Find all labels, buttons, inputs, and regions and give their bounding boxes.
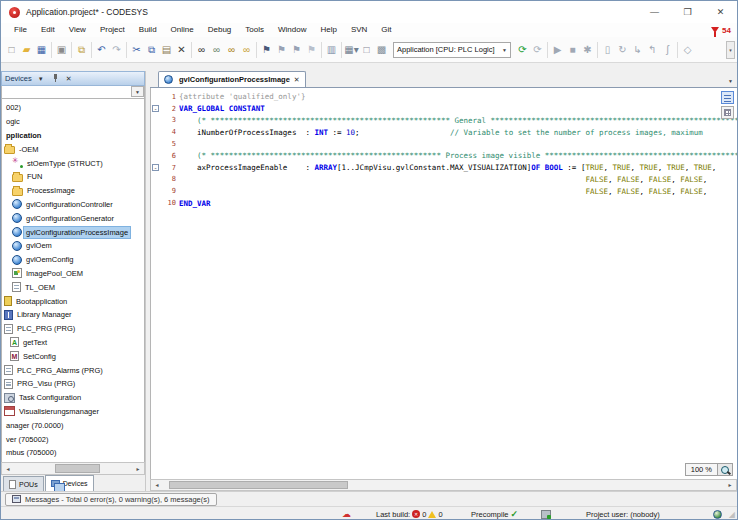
scroll-left-icon[interactable]: ◄ [2, 466, 14, 472]
undo-icon[interactable]: ↶ [94, 42, 109, 58]
tree-item-gvlconfigurationcontroller[interactable]: gvlConfigurationController [2, 198, 144, 212]
tree-item-ver-705002[interactable]: ver (705002) [2, 432, 144, 446]
panel-close-icon[interactable]: ✕ [64, 75, 74, 83]
step-over-icon[interactable]: ↻ [615, 42, 630, 58]
code-line[interactable]: -7 axProcessImageEnable : ARRAY[1..JCmpV… [151, 162, 737, 174]
tree-item-gvloem[interactable]: gvlOem [2, 239, 144, 253]
fold-collapse-icon[interactable]: - [152, 164, 159, 171]
print-icon[interactable]: ▣ [54, 42, 69, 58]
reset-icon[interactable]: ʃ [660, 42, 675, 58]
editor-zoom-level[interactable]: 100 % [685, 463, 718, 476]
toolbar-overflow-button[interactable]: ▾ [726, 41, 735, 59]
minimize-button[interactable]: — [638, 1, 671, 23]
logout-icon[interactable]: ⟳ [530, 42, 545, 58]
generate-code-icon[interactable]: ▦▾ [344, 42, 359, 58]
menu-online[interactable]: Online [164, 23, 201, 37]
bookmark-toggle-icon[interactable]: ⚑ [259, 42, 274, 58]
add-object-icon[interactable]: □ [359, 42, 374, 58]
menu-view[interactable]: View [62, 23, 93, 37]
scroll-left-icon[interactable]: ◄ [151, 482, 163, 488]
code-line[interactable]: 9 FALSE, FALSE, FALSE, FALSE, [151, 185, 737, 197]
maximize-button[interactable]: ❒ [671, 1, 704, 23]
tree-item-setconfig[interactable]: MSetConfig [2, 349, 144, 363]
resize-grip[interactable]: ◢ [729, 510, 735, 519]
login-icon[interactable]: ⟳ [515, 42, 530, 58]
code-line[interactable]: 6 (* ***********************************… [151, 150, 737, 162]
messages-tab[interactable]: Messages - Total 0 error(s), 0 warning(s… [5, 493, 217, 506]
textual-view-button[interactable] [721, 91, 734, 104]
tree-item-gvloemconfig[interactable]: gvlOemConfig [2, 253, 144, 267]
single-cycle-icon[interactable]: ✱ [580, 42, 595, 58]
active-application-combobox[interactable]: Application [CPU: PLC Logic] ▼ [393, 42, 511, 58]
panel-menu-dropdown-icon[interactable]: ▼ [36, 76, 46, 82]
panel-tab-devices[interactable]: Devices [45, 475, 94, 491]
device-window-icon[interactable]: ▩ [374, 42, 389, 58]
scroll-right-icon[interactable]: ► [724, 482, 736, 488]
tree-item-task-configuration[interactable]: Task Configuration [2, 391, 144, 405]
find-in-project-icon[interactable]: ∞ [224, 42, 239, 58]
menu-svn[interactable]: SVN [344, 23, 374, 37]
menu-file[interactable]: File [7, 23, 34, 37]
menu-build[interactable]: Build [132, 23, 164, 37]
tree-item-plc-prg-alarms-prg[interactable]: PLC_PRG_Alarms (PRG) [2, 363, 144, 377]
paste-icon[interactable]: ▤ [159, 42, 174, 58]
code-editor[interactable]: 100 % 1{attribute 'qualified_only'}-2VAR… [150, 88, 737, 479]
scrollbar-thumb[interactable] [169, 481, 349, 489]
globe-status-icon[interactable] [713, 510, 722, 519]
tree-item-imagepool-oem[interactable]: ImagePool_OEM [2, 267, 144, 281]
save-project-icon[interactable]: ▦ [34, 42, 49, 58]
menu-debug[interactable]: Debug [201, 23, 239, 37]
tree-item-anager-70-0000[interactable]: anager (70.0000) [2, 418, 144, 432]
step-into-icon[interactable]: ↳ [630, 42, 645, 58]
close-button[interactable]: ✕ [704, 1, 737, 23]
bookmark-clear-icon[interactable]: ⚑ [304, 42, 319, 58]
compile-icon[interactable]: ▥ [324, 42, 339, 58]
code-line[interactable]: 10END_VAR [151, 197, 737, 209]
tree-item-oem[interactable]: -OEM [2, 142, 144, 156]
bookmark-next-icon[interactable]: ⚑ [289, 42, 304, 58]
editor-tab-gvlconfigurationprocessimage[interactable]: gvlConfigurationProcessImage ✕ [158, 71, 306, 87]
code-line[interactable]: 4 iNumberOfProcessImages : INT := 10; //… [151, 126, 737, 138]
tree-item-fun[interactable]: FUN [2, 170, 144, 184]
code-line[interactable]: 3 (* ***********************************… [151, 115, 737, 127]
tree-item-bootapplication[interactable]: Bootapplication [2, 294, 144, 308]
menu-git[interactable]: Git [374, 23, 398, 37]
new-project-icon[interactable]: □ [4, 42, 19, 58]
tree-item-ogic[interactable]: ogic [2, 115, 144, 129]
toggle-breakpoint-icon[interactable]: ▯ [600, 42, 615, 58]
tree-item-visualisierungsmanager[interactable]: Visualisierungsmanager [2, 405, 144, 419]
replace-icon[interactable]: ∞ [209, 42, 224, 58]
chevron-down-icon[interactable]: ▼ [131, 86, 144, 97]
editor-horizontal-scrollbar[interactable]: ◄ ► [150, 479, 737, 491]
tree-item-gvlconfigurationprocessimage[interactable]: gvlConfigurationProcessImage [2, 225, 144, 239]
tree-item-002[interactable]: 002) [2, 101, 144, 115]
devices-filter-combobox[interactable]: ▼ [1, 86, 145, 99]
stop-icon[interactable]: ■ [565, 42, 580, 58]
code-line[interactable]: -2VAR_GLOBAL CONSTANT [151, 103, 737, 115]
find-icon[interactable]: ∞ [194, 42, 209, 58]
code-line[interactable]: 1{attribute 'qualified_only'} [151, 91, 737, 103]
delete-icon[interactable]: ✕ [174, 42, 189, 58]
tree-item-gvlconfigurationgenerator[interactable]: gvlConfigurationGenerator [2, 211, 144, 225]
gateway-icon[interactable] [541, 510, 551, 519]
tree-item-library-manager[interactable]: Library Manager [2, 308, 144, 322]
menu-edit[interactable]: Edit [34, 23, 62, 37]
code-line[interactable]: 8 FALSE, FALSE, FALSE, FALSE, [151, 174, 737, 186]
menu-project[interactable]: Project [93, 23, 132, 37]
scroll-right-icon[interactable]: ► [132, 466, 144, 472]
tree-item-tl-oem[interactable]: TL_OEM [2, 280, 144, 294]
redo-icon[interactable]: ↷ [109, 42, 124, 58]
tabular-view-button[interactable] [721, 106, 734, 119]
copy-icon[interactable]: ⧉ [144, 42, 159, 58]
run-icon[interactable]: ▶ [550, 42, 565, 58]
tree-item-gettext[interactable]: AgetText [2, 336, 144, 350]
flow-control-icon[interactable]: ◇ [680, 42, 695, 58]
scrollbar-thumb[interactable] [55, 464, 100, 473]
tree-item-prg-visu-prg[interactable]: PRG_Visu (PRG) [2, 377, 144, 391]
cloud-icon[interactable]: ☁ [342, 509, 351, 519]
replace-in-project-icon[interactable]: ∞ [239, 42, 254, 58]
tree-item-plc-prg-prg[interactable]: PLC_PRG (PRG) [2, 322, 144, 336]
panel-tab-pous[interactable]: POUs [3, 476, 44, 491]
open-project-icon[interactable]: ▰ [19, 42, 34, 58]
tab-list-dropdown-icon[interactable]: ▼ [728, 78, 733, 84]
